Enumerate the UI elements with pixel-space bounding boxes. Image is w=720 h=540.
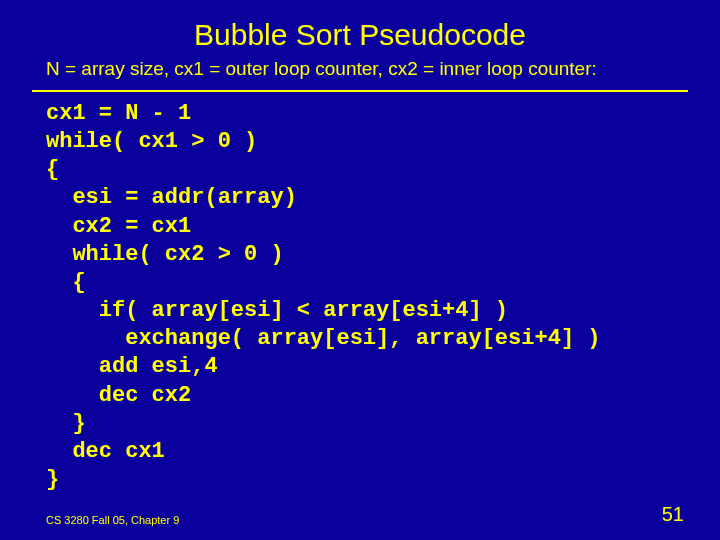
slide-subtitle: N = array size, cx1 = outer loop counter… [0, 58, 720, 88]
pseudocode-block: cx1 = N - 1 while( cx1 > 0 ) { esi = add… [0, 100, 720, 494]
slide-title: Bubble Sort Pseudocode [0, 0, 720, 58]
divider-line [32, 90, 688, 92]
footer-text: CS 3280 Fall 05, Chapter 9 [46, 514, 179, 526]
page-number: 51 [662, 503, 684, 526]
slide: Bubble Sort Pseudocode N = array size, c… [0, 0, 720, 540]
